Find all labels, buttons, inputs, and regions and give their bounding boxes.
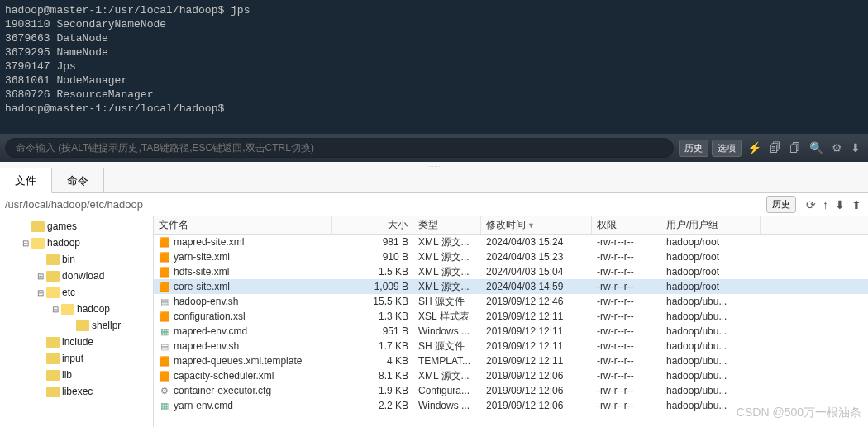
tree-item-libexec[interactable]: libexec xyxy=(0,383,153,400)
tree-item-lib[interactable]: lib xyxy=(0,367,153,383)
terminal-output[interactable]: hadoop@master-1:/usr/local/hadoop$ jps19… xyxy=(0,0,868,134)
options-button[interactable]: 选项 xyxy=(712,140,742,157)
tabs: 文件 命令 xyxy=(0,168,868,193)
file-row[interactable]: ▦yarn-env.cmd2.2 KBWindows ...2019/09/12… xyxy=(154,398,868,413)
command-input-bar: 历史 选项 ⚡ 🗐 🗍 🔍 ⚙ ⬇ xyxy=(0,134,868,162)
tree-item-shellpr[interactable]: shellpr xyxy=(0,317,153,334)
tree-item-hadoop[interactable]: ⊟hadoop xyxy=(0,235,153,251)
path-history-button[interactable]: 历史 xyxy=(766,196,796,213)
search-icon[interactable]: 🔍 xyxy=(807,141,826,154)
file-list-header: 文件名 大小 类型 修改时间▼ 权限 用户/用户组 xyxy=(154,216,868,235)
gear-icon[interactable]: ⚙ xyxy=(829,141,845,154)
download-icon[interactable]: ⬇ xyxy=(848,141,863,154)
col-size[interactable]: 大小 xyxy=(332,216,413,234)
tree-item-games[interactable]: games xyxy=(0,218,153,235)
tree-item-hadoop[interactable]: ⊟hadoop xyxy=(0,301,153,317)
drag-handle[interactable]: …… xyxy=(0,162,868,168)
file-row[interactable]: 🟧mapred-queues.xml.template4 KBTEMPLAT..… xyxy=(154,353,868,368)
download-icon[interactable]: ⬇ xyxy=(835,198,845,211)
path-bar: /usr/local/hadoop/etc/hadoop 历史 ⟳ ↑ ⬇ ⬆ xyxy=(0,193,868,216)
command-input[interactable] xyxy=(5,138,674,158)
tree-item-etc[interactable]: ⊟etc xyxy=(0,284,153,301)
tree-item-include[interactable]: include xyxy=(0,334,153,350)
tree-item-bin[interactable]: bin xyxy=(0,251,153,268)
file-row[interactable]: ⚙container-executor.cfg1.9 KBConfigura..… xyxy=(154,383,868,398)
file-list[interactable]: 文件名 大小 类型 修改时间▼ 权限 用户/用户组 🟧mapred-site.x… xyxy=(154,216,868,427)
tree-item-donwload[interactable]: ⊞donwload xyxy=(0,268,153,284)
tab-command[interactable]: 命令 xyxy=(52,168,104,192)
paste-icon[interactable]: 🗍 xyxy=(787,141,804,154)
file-row[interactable]: 🟧capacity-scheduler.xml8.1 KBXML 源文...20… xyxy=(154,368,868,383)
sort-desc-icon: ▼ xyxy=(527,221,535,230)
file-row[interactable]: ▤mapred-env.sh1.7 KBSH 源文件2019/09/12 12:… xyxy=(154,339,868,353)
tab-file[interactable]: 文件 xyxy=(0,168,52,193)
upload-icon[interactable]: ⬆ xyxy=(851,198,861,211)
file-row[interactable]: ▤hadoop-env.sh15.5 KBSH 源文件2019/09/12 12… xyxy=(154,294,868,309)
up-icon[interactable]: ↑ xyxy=(823,198,828,211)
bolt-icon[interactable]: ⚡ xyxy=(745,141,764,154)
col-mtime[interactable]: 修改时间▼ xyxy=(481,216,592,234)
file-row[interactable]: 🟧yarn-site.xml910 BXML 源文...2024/04/03 1… xyxy=(154,249,868,264)
history-button[interactable]: 历史 xyxy=(679,140,708,157)
file-row[interactable]: ▦mapred-env.cmd951 BWindows ...2019/09/1… xyxy=(154,324,868,339)
refresh-icon[interactable]: ⟳ xyxy=(806,198,816,211)
col-type[interactable]: 类型 xyxy=(413,216,481,234)
col-perm[interactable]: 权限 xyxy=(592,216,661,234)
col-owner[interactable]: 用户/用户组 xyxy=(661,216,761,234)
copy-icon[interactable]: 🗐 xyxy=(767,141,784,154)
file-row[interactable]: 🟧core-site.xml1,009 BXML 源文...2024/04/03… xyxy=(154,279,868,294)
file-row[interactable]: 🟧configuration.xsl1.3 KBXSL 样式表2019/09/1… xyxy=(154,309,868,324)
col-name[interactable]: 文件名 xyxy=(154,216,332,234)
file-row[interactable]: 🟧mapred-site.xml981 BXML 源文...2024/04/03… xyxy=(154,235,868,249)
file-row[interactable]: 🟧hdfs-site.xml1.5 KBXML 源文...2024/04/03 … xyxy=(154,264,868,279)
folder-tree[interactable]: games⊟hadoopbin⊞donwload⊟etc⊟hadoopshell… xyxy=(0,216,154,427)
tree-item-input[interactable]: input xyxy=(0,350,153,367)
current-path[interactable]: /usr/local/hadoop/etc/hadoop xyxy=(0,195,763,214)
